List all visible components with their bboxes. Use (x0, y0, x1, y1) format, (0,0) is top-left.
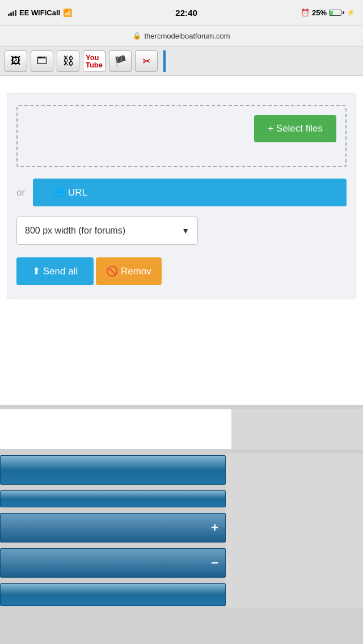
url-row: or 🌐 URL (16, 179, 347, 206)
url-button[interactable]: 🌐 URL (33, 179, 347, 206)
youtube-button[interactable]: YouTube (83, 50, 105, 72)
dropdown-arrow-icon: ▼ (182, 226, 189, 235)
main-content: + Select files or 🌐 URL 800 px width (fo… (0, 76, 363, 405)
or-label: or (16, 187, 25, 198)
expand-plus-icon: + (211, 520, 218, 535)
sidebar-expand-button-1[interactable]: + (0, 513, 226, 543)
drag-drop-area[interactable]: + Select files (16, 105, 347, 167)
charge-icon: ⚡ (347, 9, 355, 16)
wifi-icon: 📶 (63, 9, 72, 17)
flag-icon: 🏴 (114, 55, 126, 67)
below-section: + − (0, 405, 363, 608)
carrier-label: EE WiFiCall (19, 9, 60, 17)
upload-widget: + Select files or 🌐 URL 800 px width (fo… (7, 93, 356, 299)
dropdown-row: 800 px width (for forums) ▼ (16, 217, 347, 245)
sidebar-panel-1[interactable] (0, 455, 226, 485)
tab-indicator (163, 50, 166, 72)
sidebar-panel-3[interactable] (0, 583, 226, 606)
address-bar[interactable]: 🔒 thercmodelboatforum.com (0, 25, 363, 46)
time-display: 22:40 (175, 8, 197, 18)
status-right: ⏰ 25% ⚡ (301, 9, 355, 17)
select-files-button[interactable]: + Select files (254, 115, 336, 142)
right-side-column (226, 454, 363, 608)
link-button[interactable]: ⛓ (57, 50, 79, 72)
status-bar: EE WiFiCall 📶 22:40 ⏰ 25% ⚡ (0, 0, 363, 25)
tab-icon: 🗔 (37, 55, 47, 67)
wrench-icon: ✂ (142, 55, 151, 67)
white-gap (0, 409, 231, 449)
toolbar: 🖼 🗔 ⛓ YouTube 🏴 ✂ (0, 46, 363, 76)
remove-button[interactable]: 🚫 Remov (96, 257, 162, 285)
flag-button[interactable]: 🏴 (109, 50, 132, 72)
gap-row (0, 409, 363, 449)
battery-icon (329, 10, 344, 16)
link-icon: ⛓ (62, 54, 74, 67)
alarm-icon: ⏰ (301, 9, 310, 17)
lock-icon: 🔒 (133, 32, 141, 40)
sidebar-panel-2[interactable] (0, 490, 226, 507)
size-dropdown-selected: 800 px width (for forums) (25, 226, 125, 236)
tab-button[interactable]: 🗔 (31, 50, 53, 72)
sidebar-expand-button-2[interactable]: − (0, 548, 226, 578)
size-dropdown[interactable]: 800 px width (for forums) ▼ (16, 217, 198, 245)
url-text: thercmodelboatforum.com (144, 32, 230, 40)
wrench-button[interactable]: ✂ (135, 50, 158, 72)
bookmark-icon: 🖼 (11, 55, 21, 67)
right-filler (231, 409, 363, 449)
battery-percent: 25% (312, 9, 327, 17)
left-sidebar: + − (0, 454, 226, 608)
sidebar-row: + − (0, 454, 363, 608)
bookmark-button[interactable]: 🖼 (5, 50, 27, 72)
youtube-icon: YouTube (86, 54, 103, 69)
signal-icon (8, 9, 16, 16)
status-left: EE WiFiCall 📶 (8, 9, 72, 17)
send-all-button[interactable]: ⬆ Send all (16, 257, 94, 285)
action-row: ⬆ Send all 🚫 Remov (16, 257, 347, 285)
expand-minus-icon: − (211, 556, 218, 570)
